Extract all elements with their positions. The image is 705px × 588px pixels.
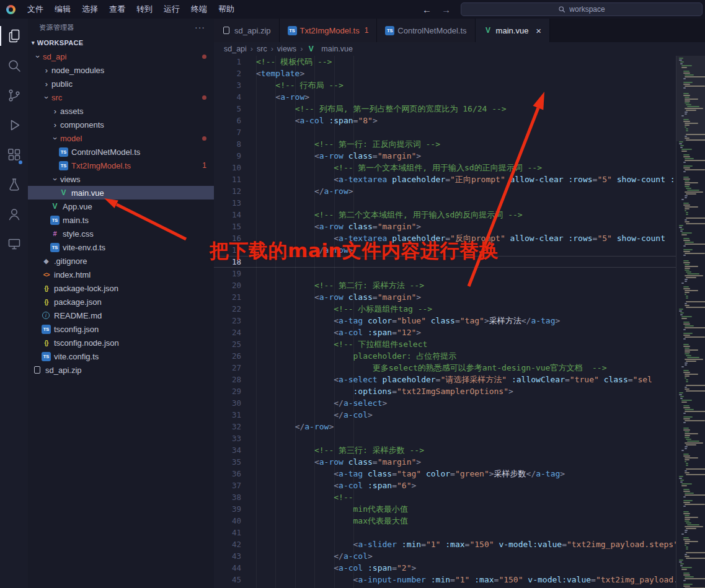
activity-remote-explorer-button[interactable] bbox=[0, 229, 28, 259]
code-line[interactable]: 4 <a-row> bbox=[214, 91, 676, 103]
tree-folder-components[interactable]: ›components bbox=[28, 118, 214, 131]
code-line[interactable]: 7 bbox=[214, 126, 676, 138]
code-line[interactable]: 21 <a-row class="margin"> bbox=[214, 291, 676, 303]
code-line[interactable]: 12 </a-row> bbox=[214, 185, 676, 197]
code-line[interactable]: 31 </a-col> bbox=[214, 409, 676, 421]
tab-sd-api-zip[interactable]: sd_api.zip bbox=[214, 19, 280, 42]
code-line[interactable]: 23 <a-tag color="blue" class="tag">采样方法<… bbox=[214, 315, 676, 327]
activity-search-button[interactable] bbox=[0, 51, 28, 81]
code-line[interactable]: 8 <!-- 第一行: 正反向提示词 --> bbox=[214, 138, 676, 150]
tree-file-index-html[interactable]: <>index.html bbox=[28, 268, 214, 281]
code-line[interactable]: 9 <a-row class="margin"> bbox=[214, 150, 676, 162]
tree-folder-views[interactable]: ›views bbox=[28, 172, 214, 186]
activity-explorer-button[interactable] bbox=[0, 21, 28, 51]
tree-file-main-vue[interactable]: Vmain.vue bbox=[28, 186, 214, 200]
tab-txt2imgmodel-ts[interactable]: TSTxt2ImgModel.ts1 bbox=[280, 19, 378, 42]
menu-item[interactable]: 帮助 bbox=[213, 0, 240, 19]
breadcrumb-item[interactable]: sd_api bbox=[224, 45, 247, 53]
tree-file-tsconfig-node-json[interactable]: {}tsconfig.node.json bbox=[28, 336, 214, 349]
tree-file-main-ts[interactable]: TSmain.ts bbox=[28, 213, 214, 227]
code-line[interactable]: 41 bbox=[214, 527, 676, 538]
menu-item[interactable]: 选择 bbox=[76, 0, 104, 19]
close-icon[interactable]: × bbox=[536, 26, 541, 35]
code-line[interactable]: 17 </a-row> bbox=[214, 244, 676, 256]
code-line[interactable]: 11 <a-textarea placeholder="正向prompt" al… bbox=[214, 173, 676, 185]
code-line[interactable]: 35 <a-row class="margin"> bbox=[214, 456, 676, 468]
activity-accounts-button[interactable] bbox=[0, 200, 28, 229]
menu-item[interactable]: 文件 bbox=[22, 0, 49, 19]
tree-file-sd-api-zip[interactable]: sd_api.zip bbox=[28, 363, 214, 377]
code-line[interactable]: 19 bbox=[214, 268, 676, 279]
code-line[interactable]: 26 placeholder: 占位符提示 bbox=[214, 350, 676, 362]
code-line[interactable]: 3 <!-- 行布局 --> bbox=[214, 79, 676, 91]
tab-main-vue[interactable]: Vmain.vue× bbox=[476, 19, 551, 42]
code-line[interactable]: 37 <a-col :span="6"> bbox=[214, 480, 676, 491]
menu-item[interactable]: 终端 bbox=[185, 0, 213, 19]
code-editor[interactable]: 1<!-- 模板代码 -->2<template>3 <!-- 行布局 -->4… bbox=[214, 56, 676, 588]
code-line[interactable]: 14 <!-- 第二个文本域组件, 用于输入sd的反向提示词 --> bbox=[214, 209, 676, 221]
code-line[interactable]: 38 <!-- bbox=[214, 491, 676, 503]
tree-file-style-css[interactable]: #style.css bbox=[28, 227, 214, 240]
tree-file-app-vue[interactable]: VApp.vue bbox=[28, 200, 214, 213]
code-line[interactable]: 25 <!-- 下拉框组件select bbox=[214, 338, 676, 350]
minimap[interactable] bbox=[676, 56, 705, 588]
tree-folder-assets[interactable]: ›assets bbox=[28, 104, 214, 118]
code-line[interactable]: 42 <a-slider :min="1" :max="150" v-model… bbox=[214, 538, 676, 550]
tree-folder-src[interactable]: ›src bbox=[28, 90, 214, 104]
code-line[interactable]: 18 bbox=[214, 256, 676, 268]
tree-folder-model[interactable]: ›model bbox=[28, 131, 214, 145]
activity-extensions-button[interactable] bbox=[0, 140, 28, 170]
breadcrumb-item[interactable]: Vmain.vue bbox=[306, 45, 353, 54]
code-line[interactable]: 28 <a-select placeholder="请选择采样方法" :allo… bbox=[214, 374, 676, 385]
code-line[interactable]: 45 <a-input-number :min="1" :max="150" v… bbox=[214, 574, 676, 586]
tree-file-controlnetmodel-ts[interactable]: TSControlNetModel.ts bbox=[28, 145, 214, 159]
tree-file-gitignore[interactable]: ◆.gitignore bbox=[28, 254, 214, 268]
code-line[interactable]: 27 更多select的熟悉感可以参考ant-design-vue官方文档 --… bbox=[214, 362, 676, 374]
tree-folder-public[interactable]: ›public bbox=[28, 77, 214, 90]
code-line[interactable]: 1<!-- 模板代码 --> bbox=[214, 56, 676, 68]
code-line[interactable]: 13 bbox=[214, 197, 676, 209]
tree-folder-sd-api[interactable]: ›sd_api bbox=[28, 50, 214, 63]
code-line[interactable]: 40 max代表最大值 bbox=[214, 515, 676, 527]
tree-file-txt2imgmodel-ts[interactable]: TSTxt2ImgModel.ts1 bbox=[28, 159, 214, 172]
code-line[interactable]: 2<template> bbox=[214, 68, 676, 79]
code-line[interactable]: 6 <a-col :span="8"> bbox=[214, 115, 676, 126]
code-line[interactable]: 33 bbox=[214, 432, 676, 444]
code-line[interactable]: 20 <!-- 第二行: 采样方法 --> bbox=[214, 279, 676, 291]
tree-file-vite-config-ts[interactable]: TSvite.config.ts bbox=[28, 349, 214, 363]
code-line[interactable]: 15 <a-row class="margin"> bbox=[214, 221, 676, 232]
menu-item[interactable]: 运行 bbox=[158, 0, 185, 19]
activity-source-control-button[interactable] bbox=[0, 81, 28, 110]
tree-file-package-lock-json[interactable]: {}package-lock.json bbox=[28, 281, 214, 295]
forward-button[interactable]: → bbox=[441, 4, 451, 15]
code-line[interactable]: 10 <!-- 第一个文本域组件, 用于输入sd的正向提示词 --> bbox=[214, 162, 676, 173]
code-line[interactable]: 44 <a-col :span="2"> bbox=[214, 562, 676, 574]
more-actions-icon[interactable]: ··· bbox=[195, 22, 205, 32]
tree-file-vite-env-d-ts[interactable]: TSvite-env.d.ts bbox=[28, 240, 214, 254]
breadcrumb-item[interactable]: views bbox=[277, 45, 296, 53]
code-line[interactable]: 22 <!-- 小标题组件tag --> bbox=[214, 303, 676, 315]
tree-file-readme-md[interactable]: iREADME.md bbox=[28, 309, 214, 322]
code-line[interactable]: 30 </a-select> bbox=[214, 397, 676, 409]
breadcrumb-item[interactable]: src bbox=[257, 45, 267, 53]
tab-controlnetmodel-ts[interactable]: TSControlNetModel.ts bbox=[377, 19, 475, 42]
code-line[interactable]: 32 </a-row> bbox=[214, 421, 676, 432]
command-center-search[interactable]: workspace bbox=[461, 2, 703, 16]
tree-file-tsconfig-json[interactable]: TStsconfig.json bbox=[28, 322, 214, 336]
tree-folder-node-modules[interactable]: ›node_modules bbox=[28, 63, 214, 77]
code-line[interactable]: 34 <!-- 第三行: 采样步数 --> bbox=[214, 444, 676, 456]
back-button[interactable]: ← bbox=[422, 4, 432, 15]
activity-run-debug-button[interactable] bbox=[0, 110, 28, 140]
workspace-section-header[interactable]: ▾ WORKSPACE bbox=[28, 36, 214, 50]
code-line[interactable]: 36 <a-tag class="tag" color="green">采样步数… bbox=[214, 468, 676, 480]
tree-file-package-json[interactable]: {}package.json bbox=[28, 295, 214, 309]
menu-item[interactable]: 转到 bbox=[131, 0, 158, 19]
menu-item[interactable]: 查看 bbox=[104, 0, 131, 19]
code-line[interactable]: 16 <a-textarea placeholder="反向prompt" al… bbox=[214, 232, 676, 244]
code-line[interactable]: 39 min代表最小值 bbox=[214, 503, 676, 515]
breadcrumb[interactable]: sd_api›src›views›Vmain.vue bbox=[214, 42, 705, 56]
menu-item[interactable]: 编辑 bbox=[49, 0, 76, 19]
code-line[interactable]: 24 <a-col :span="12"> bbox=[214, 327, 676, 338]
code-line[interactable]: 43 </a-col> bbox=[214, 550, 676, 562]
code-line[interactable]: 29 :options="txt2ImgSamplerOptions"> bbox=[214, 385, 676, 397]
